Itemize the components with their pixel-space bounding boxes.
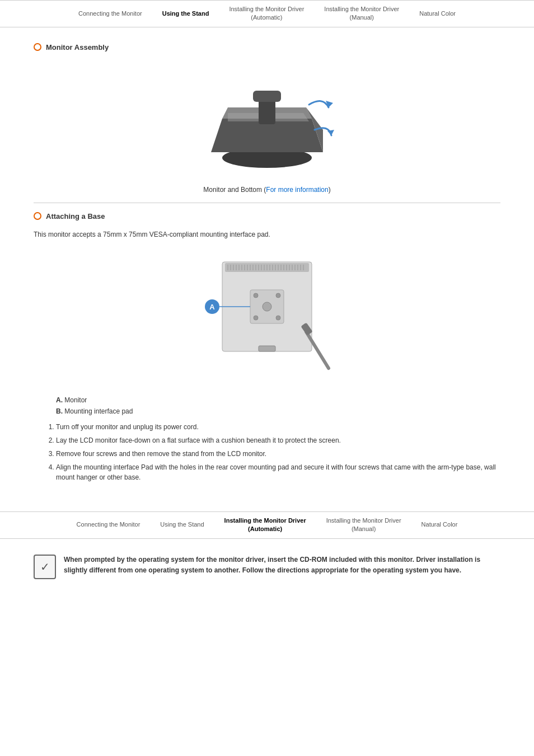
svg-point-43 [276, 316, 280, 320]
svg-point-42 [254, 316, 258, 320]
bottom-navigation: Connecting the Monitor Using the Stand I… [0, 511, 534, 539]
base-attachment-svg: A [189, 251, 345, 385]
top-navigation: Connecting the Monitor Using the Stand I… [0, 0, 534, 27]
svg-point-41 [276, 293, 280, 298]
main-content: Monitor Assembly [0, 27, 534, 500]
attaching-base-header: Attaching a Base [34, 212, 500, 220]
nav-natural-color[interactable]: Natural Color [409, 8, 466, 19]
monitor-assembly-image [34, 63, 500, 175]
svg-text:A: A [209, 303, 215, 311]
step-4: Align the mounting interface Pad with th… [56, 462, 500, 482]
monitor-assembly-svg [200, 63, 334, 175]
section-divider-1 [34, 203, 500, 203]
bottom-nav-installing-auto[interactable]: Installing the Monitor Driver(Automatic) [214, 515, 316, 535]
attaching-base-title: Attaching a Base [46, 212, 105, 220]
for-more-info-link[interactable]: For more information [266, 186, 328, 194]
nav-installing-auto[interactable]: Installing the Monitor Driver(Automatic) [219, 4, 314, 24]
svg-point-44 [263, 302, 271, 311]
step-2: Lay the LCD monitor face-down on a flat … [56, 435, 500, 445]
nav-connecting-monitor[interactable]: Connecting the Monitor [68, 8, 152, 19]
monitor-assembly-title: Monitor Assembly [46, 43, 109, 51]
page-container: Connecting the Monitor Using the Stand I… [0, 0, 534, 756]
step-3: Remove four screws and then remove the s… [56, 449, 500, 459]
note-text: When prompted by the operating system fo… [64, 555, 500, 576]
section-icon-monitor-assembly [34, 43, 41, 51]
monitor-assembly-caption: Monitor and Bottom (For more information… [34, 186, 500, 194]
label-a-item: A. Monitor [56, 396, 500, 404]
note-box: When prompted by the operating system fo… [34, 550, 500, 584]
section-icon-attaching-base [34, 212, 41, 220]
bottom-nav-natural-color[interactable]: Natural Color [411, 519, 468, 530]
label-b-item: B. Mounting interface pad [56, 407, 500, 415]
note-icon [34, 555, 56, 579]
bottom-nav-connecting[interactable]: Connecting the Monitor [67, 519, 151, 530]
svg-rect-6 [253, 91, 281, 102]
step-1: Turn off your monitor and unplug its pow… [56, 422, 500, 432]
svg-point-40 [254, 293, 258, 298]
attaching-base-description: This monitor accepts a 75mm x 75mm VESA-… [34, 229, 500, 240]
nav-using-stand[interactable]: Using the Stand [152, 8, 219, 19]
bottom-nav-installing-manual[interactable]: Installing the Monitor Driver(Manual) [316, 515, 411, 535]
nav-installing-manual[interactable]: Installing the Monitor Driver(Manual) [314, 4, 409, 24]
base-attachment-image: A [34, 251, 500, 385]
bottom-nav-using-stand[interactable]: Using the Stand [150, 519, 214, 530]
svg-rect-50 [259, 346, 275, 351]
monitor-assembly-header: Monitor Assembly [34, 43, 500, 51]
steps-list: Turn off your monitor and unplug its pow… [45, 422, 500, 482]
